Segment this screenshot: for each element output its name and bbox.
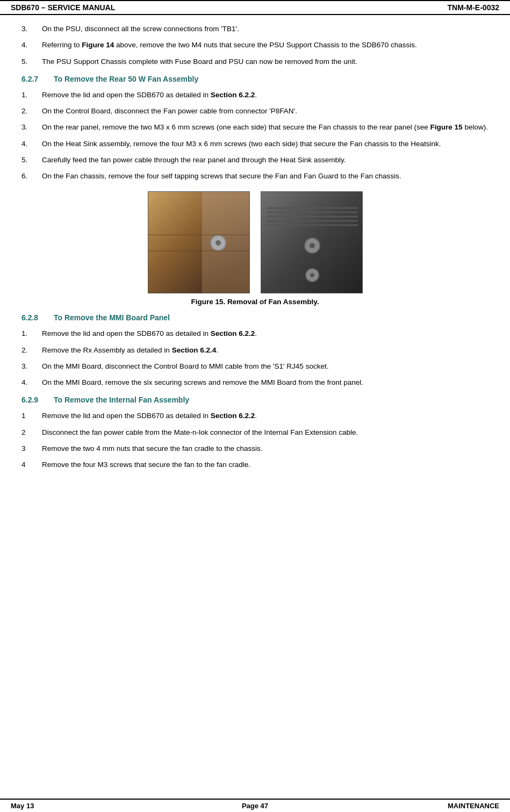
intro-item-4: 4. Referring to Figure 14 above, remove … — [21, 40, 489, 51]
figure-15-images — [148, 191, 363, 293]
item-num-5: 5. — [21, 56, 42, 67]
s627-item-2: 2. On the Control Board, disconnect the … — [21, 106, 489, 117]
intro-item-5: 5. The PSU Support Chassis complete with… — [21, 56, 489, 67]
page-container: SDB670 – SERVICE MANUAL TNM-M-E-0032 3. … — [0, 0, 510, 812]
page-footer: May 13 Page 47 MAINTENANCE — [0, 799, 510, 812]
item-num-4: 4. — [21, 40, 42, 51]
header-title-right: TNM-M-E-0032 — [448, 3, 499, 12]
s628-item-2: 2. Remove the Rx Assembly as detailed in… — [21, 345, 489, 356]
section-629-title: To Remove the Internal Fan Assembly — [54, 396, 189, 404]
svg-point-15 — [310, 273, 314, 277]
s627-item-6: 6. On the Fan chassis, remove the four s… — [21, 171, 489, 182]
content-area: 3. On the PSU, disconnect all the screw … — [0, 24, 510, 799]
intro-item-3: 3. On the PSU, disconnect all the screw … — [21, 24, 489, 34]
s627-item-3: 3. On the rear panel, remove the two M3 … — [21, 122, 489, 133]
svg-point-3 — [216, 240, 221, 246]
item-text-3: On the PSU, disconnect all the screw con… — [42, 24, 489, 34]
page-header: SDB670 – SERVICE MANUAL TNM-M-E-0032 — [0, 0, 510, 15]
s628-item-3: 3. On the MMI Board, disconnect the Cont… — [21, 361, 489, 372]
figure-15-caption: Figure 15. Removal of Fan Assembly. — [191, 298, 319, 306]
section-627-num: 6.2.7 — [21, 75, 54, 83]
section-627-heading: 6.2.7 To Remove the Rear 50 W Fan Assemb… — [21, 75, 489, 83]
section-628-num: 6.2.8 — [21, 313, 54, 322]
section-629-num: 6.2.9 — [21, 396, 54, 404]
s627-item-4: 4. On the Heat Sink assembly, remove the… — [21, 139, 489, 149]
item-text-5: The PSU Support Chassis complete with Fu… — [42, 56, 489, 67]
footer-date: May 13 — [11, 802, 174, 810]
s629-item-2: 2 Disconnect the fan power cable from th… — [21, 427, 489, 438]
section-628-title: To Remove the MMI Board Panel — [54, 313, 170, 322]
s627-item-5: 5. Carefully feed the fan power cable th… — [21, 155, 489, 166]
item-num-3: 3. — [21, 24, 42, 34]
s629-item-4: 4 Remove the four M3 screws that secure … — [21, 459, 489, 470]
figure-15-container: Figure 15. Removal of Fan Assembly. — [21, 191, 489, 306]
section-629-heading: 6.2.9 To Remove the Internal Fan Assembl… — [21, 396, 489, 404]
s627-item-1: 1. Remove the lid and open the SDB670 as… — [21, 90, 489, 100]
figure-15-image-left — [148, 191, 250, 293]
section-627-title: To Remove the Rear 50 W Fan Assembly — [54, 75, 198, 83]
figure-15-image-right — [261, 191, 363, 293]
s628-item-1: 1. Remove the lid and open the SDB670 as… — [21, 328, 489, 339]
item-text-4: Referring to Figure 14 above, remove the… — [42, 40, 489, 51]
svg-point-13 — [310, 243, 315, 248]
footer-section: MAINTENANCE — [336, 802, 499, 810]
section-628-heading: 6.2.8 To Remove the MMI Board Panel — [21, 313, 489, 322]
header-title-left: SDB670 – SERVICE MANUAL — [11, 3, 115, 12]
s628-item-4: 4. On the MMI Board, remove the six secu… — [21, 377, 489, 388]
s629-item-3: 3 Remove the two 4 mm nuts that secure t… — [21, 443, 489, 454]
footer-page: Page 47 — [174, 802, 336, 810]
s629-item-1: 1 Remove the lid and open the SDB670 as … — [21, 411, 489, 421]
